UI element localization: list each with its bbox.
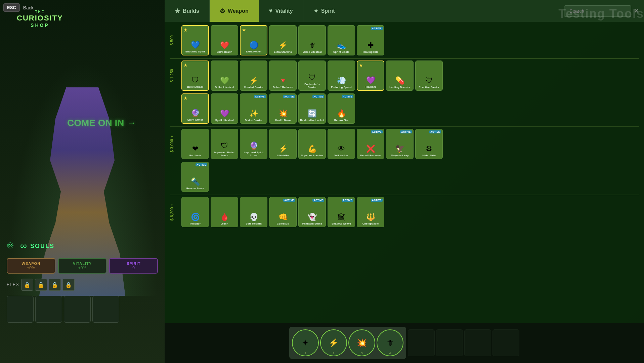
improved-bullet-armor-icon: 🛡: [221, 142, 228, 150]
active-badge-majestic-leap: ACTIVE: [400, 130, 412, 133]
vitality-stat-value: +0%: [61, 266, 104, 270]
item-enchanters-barrier[interactable]: 🛡 Enchanter's Barrier: [298, 61, 326, 91]
price-row-6200: $ 6,200 + 🌀 Inhibitor 🩸 Leech 💀 Soul Reb…: [170, 197, 639, 227]
item-rescue-beam[interactable]: ACTIVE 🔦 Rescue Beam: [181, 162, 209, 192]
item-extra-health[interactable]: ❤️ Extra Health: [211, 25, 238, 55]
item-leech[interactable]: 🩸 Leech: [211, 197, 238, 227]
item-metal-skin[interactable]: ACTIVE ⚙ Metal Skin: [415, 129, 443, 159]
phantom-strike-label: Phantom Strike: [302, 222, 322, 226]
colossus-icon: 👊: [278, 213, 288, 221]
ability-slot-4[interactable]: 🗡 4: [377, 329, 403, 356]
item-bullet-armor[interactable]: ★ 🛡 Bullet Armor: [181, 61, 209, 91]
melee-lifesteal-label: Melee Lifesteal: [303, 50, 322, 54]
item-health-nova[interactable]: ACTIVE 💥 Health Nova: [269, 93, 297, 124]
logo-the: THE: [17, 10, 63, 14]
item-majestic-leap[interactable]: ACTIVE 🦅 Majestic Leap: [386, 129, 414, 159]
item-melee-lifesteal[interactable]: 🗡 Melee Lifesteal: [298, 25, 326, 55]
divider-2: [170, 126, 639, 127]
phantom-strike-icon: 👻: [308, 213, 317, 221]
item-healbane[interactable]: ★ 💜 Healbane: [357, 61, 384, 91]
tab-builds[interactable]: ★ Builds: [165, 0, 210, 22]
reactive-barrier-icon: 🛡: [425, 77, 433, 84]
item-shadow-weave[interactable]: ACTIVE 🕸 Shadow Weave: [328, 197, 355, 227]
item-extra-regen[interactable]: ★ 🔵 Extra Regen: [240, 25, 267, 55]
ability-2-icon: ⚡: [329, 338, 339, 348]
item-healing-booster[interactable]: 💊 Healing Booster: [386, 61, 414, 91]
lock-icon-3: 🔒: [51, 282, 58, 288]
item-enduring-speed[interactable]: 💨 Enduring Speed: [328, 61, 355, 91]
weapon-stat-value: +0%: [9, 266, 53, 270]
tab-builds-label: Builds: [183, 8, 199, 14]
item-improved-bullet-armor[interactable]: 🛡 Improved Bullet Armor: [211, 129, 238, 159]
sprint-boots-label: Sprint Boots: [333, 50, 349, 54]
bottom-slot-2[interactable]: [35, 296, 62, 323]
item-lifestrike[interactable]: ⚡ Lifestrike: [269, 129, 297, 159]
item-spirit-lifesteal[interactable]: 💜 Spirit Lifesteal: [211, 93, 238, 124]
item-sprint-boots[interactable]: 👟 Sprint Boots: [328, 25, 355, 55]
item-inhibitor[interactable]: 🌀 Inhibitor: [181, 197, 209, 227]
items-row-1250b: ★ 🔮 Spirit Armor 💜 Spirit Lifesteal ACTI…: [181, 93, 355, 124]
item-restorative-locket[interactable]: ACTIVE 🔄 Restorative Locket: [298, 93, 326, 124]
ability-4-icon: 🗡: [386, 338, 394, 348]
bottom-slot-4[interactable]: [92, 296, 119, 323]
item-phantom-strike[interactable]: ACTIVE 👻 Phantom Strike: [298, 197, 326, 227]
ability-1-icon: ✦: [302, 338, 309, 348]
combat-barrier-icon: ⚡: [249, 77, 258, 84]
flex-slot-3[interactable]: 🔒: [49, 279, 61, 291]
bullet-armor-label: Bullet Armor: [187, 85, 203, 89]
tab-spirit[interactable]: ✦ Spirit: [303, 0, 345, 22]
inhibitor-icon: 🌀: [191, 213, 200, 221]
item-fortitude[interactable]: ❤ Fortitude: [181, 129, 209, 159]
items-row-3000b: ACTIVE 🔦 Rescue Beam: [181, 162, 209, 192]
item-healing-rite[interactable]: ACTIVE ✚ Healing Rite: [357, 25, 384, 55]
flex-slot-4[interactable]: 🔒: [62, 279, 75, 291]
spirit-stat-name: SPIRIT: [112, 261, 155, 266]
improved-spirit-armor-icon: 🔮: [249, 142, 258, 150]
ability-slot-1[interactable]: ✦ 1: [292, 329, 319, 356]
ability-slots-group: ✦ 1 ⚡ 2 💥 3 🗡 4: [289, 327, 406, 359]
price-row-1250b: ★ 🔮 Spirit Armor 💜 Spirit Lifesteal ACTI…: [170, 93, 639, 124]
item-superior-stamina[interactable]: 💪 Superior Stamina: [298, 129, 326, 159]
shop-logo: THE CURIOSITY SHOP: [17, 10, 63, 28]
item-enduring-spirit[interactable]: ★ 💙 Enduring Spirit: [181, 25, 209, 55]
flex-slot-1[interactable]: 🔒: [21, 279, 33, 291]
shadow-weave-label: Shadow Weave: [332, 222, 351, 226]
item-debuff-reducer[interactable]: 🔻 Debuff Reducer: [269, 61, 297, 91]
bullet-lifesteal-label: Bullet Lifesteal: [215, 86, 234, 89]
item-spirit-armor[interactable]: ★ 🔮 Spirit Armor: [181, 93, 209, 124]
flex-slot-2[interactable]: 🔒: [35, 279, 47, 291]
active-badge-debuff-remover: ACTIVE: [371, 130, 383, 133]
soul-rebirth-icon: 💀: [249, 213, 258, 221]
item-unstoppable[interactable]: ACTIVE 🔱 Unstoppable: [357, 197, 384, 227]
extra-health-label: Extra Health: [217, 50, 232, 54]
item-soul-rebirth[interactable]: 💀 Soul Rebirth: [240, 197, 267, 227]
item-bullet-lifesteal[interactable]: 💚 Bullet Lifesteal: [211, 61, 238, 91]
item-veil-walker[interactable]: 👁 Veil Walker: [328, 129, 355, 159]
ability-4-num: 4: [389, 352, 391, 355]
item-improved-spirit-armor[interactable]: 🔮 Improved Spirit Armor: [240, 129, 267, 159]
tab-weapon[interactable]: ⚙ Weapon: [210, 0, 259, 22]
spirit-stat-value: 0: [112, 266, 155, 270]
active-badge-rescue-beam: ACTIVE: [196, 163, 207, 166]
ability-slot-3[interactable]: 💥 3: [348, 329, 375, 356]
ability-slot-2[interactable]: ⚡ 2: [320, 329, 347, 356]
search-input[interactable]: [564, 5, 631, 17]
item-reactive-barrier[interactable]: 🛡 Reactive Barrier: [415, 61, 443, 91]
bottom-slot-1[interactable]: [7, 296, 34, 323]
item-return-fire[interactable]: ACTIVE 🔥 Return Fire: [328, 93, 355, 124]
health-nova-icon: 💥: [278, 110, 288, 117]
lock-icon-2: 🔒: [38, 282, 44, 288]
item-extra-stamina[interactable]: ⚡ Extra Stamina: [269, 25, 297, 55]
item-debuff-remover[interactable]: ACTIVE ❌ Debuff Remover: [357, 129, 384, 159]
back-button[interactable]: Back: [23, 5, 34, 10]
item-divine-barrier[interactable]: ACTIVE ✨ Divine Barrier: [240, 93, 267, 124]
tab-vitality[interactable]: ♥ Vitality: [259, 0, 303, 22]
ability-1-num: 1: [304, 352, 306, 355]
logo-shop: SHOP: [17, 23, 63, 28]
item-combat-barrier[interactable]: ⚡ Combat Barrier: [240, 61, 267, 91]
spirit-lifesteal-icon: 💜: [220, 110, 229, 117]
bottom-slot-3[interactable]: [64, 296, 91, 323]
extra-stamina-icon: ⚡: [278, 42, 288, 49]
search-close-icon[interactable]: ✕: [634, 7, 639, 15]
item-colossus[interactable]: ACTIVE 👊 Colossus: [269, 197, 297, 227]
